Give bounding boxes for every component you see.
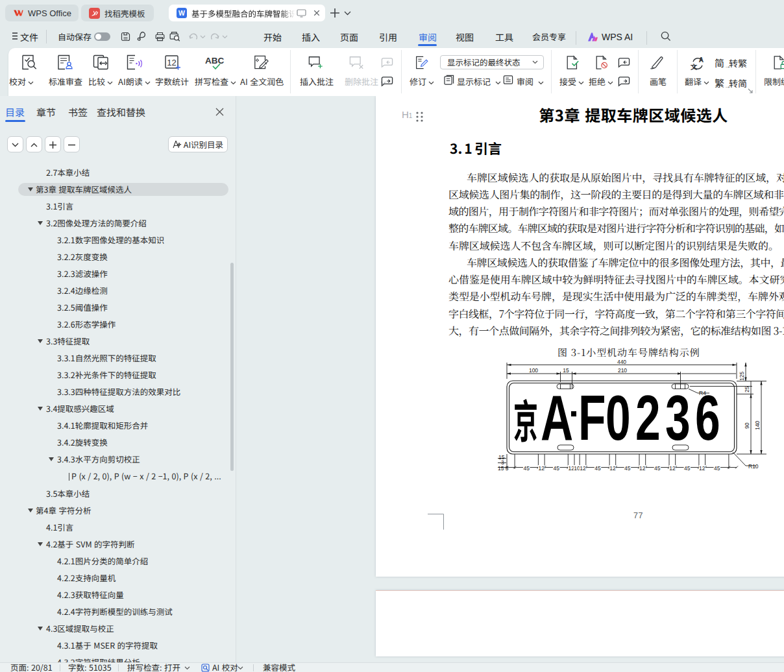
svg-text:12: 12 — [699, 465, 705, 472]
svg-text:12: 12 — [639, 465, 646, 472]
svg-text:W: W — [178, 9, 185, 17]
svg-text:45: 45 — [624, 465, 631, 472]
svg-text:3: 3 — [665, 382, 691, 453]
svg-text:140: 140 — [754, 421, 761, 430]
svg-text:45: 45 — [684, 465, 691, 472]
svg-text:45: 45 — [714, 465, 720, 472]
svg-text:45: 45 — [523, 465, 530, 472]
svg-text:R10: R10 — [748, 463, 759, 470]
svg-text:12: 12 — [609, 465, 616, 472]
svg-text:25: 25 — [744, 386, 750, 392]
svg-text:12: 12 — [669, 465, 676, 472]
svg-text:210: 210 — [618, 367, 627, 374]
svg-text:A: A — [699, 56, 704, 64]
svg-text:文: 文 — [690, 62, 698, 71]
svg-text:京: 京 — [513, 385, 538, 451]
svg-text:2: 2 — [635, 382, 661, 453]
svg-text:12: 12 — [580, 465, 586, 472]
svg-text:F: F — [578, 382, 606, 453]
svg-text:440: 440 — [617, 359, 626, 365]
svg-text:0: 0 — [606, 382, 631, 453]
svg-text:45: 45 — [594, 465, 601, 472]
svg-text:A: A — [541, 382, 573, 453]
svg-text:125: 125 — [739, 372, 745, 381]
svg-text:R4: R4 — [699, 390, 706, 396]
svg-text:100: 100 — [529, 367, 538, 374]
svg-text:12: 12 — [167, 58, 176, 67]
svg-text:15 5: 15 5 — [498, 465, 509, 472]
svg-text:90: 90 — [744, 422, 750, 429]
svg-text:15: 15 — [563, 367, 569, 374]
svg-text:45: 45 — [654, 465, 661, 472]
svg-text:ABC: ABC — [205, 56, 224, 66]
svg-text:12: 12 — [538, 465, 545, 472]
svg-text:45: 45 — [553, 465, 559, 472]
